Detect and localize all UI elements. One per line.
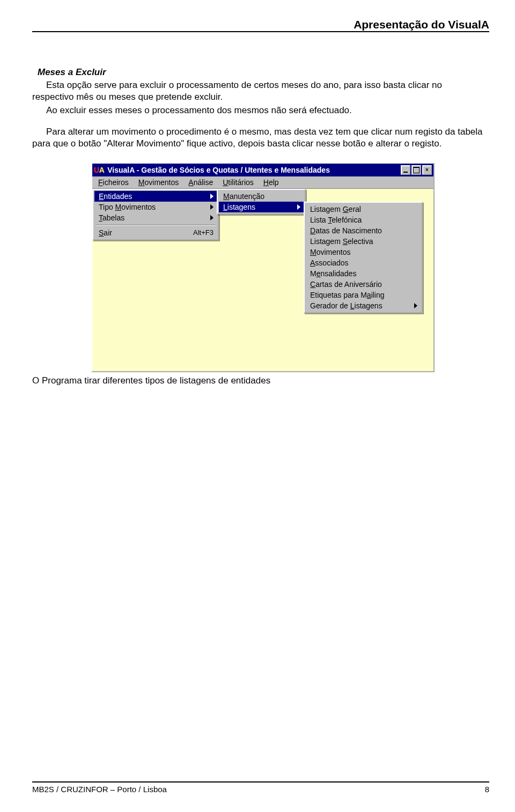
- page-footer: MB2S / CRUZINFOR – Porto / Lisboa 8: [32, 781, 489, 794]
- menuitem-movimentos[interactable]: Movimentos: [306, 247, 421, 257]
- menuitem-etiquetas-mailing[interactable]: Etiquetas para Mailing: [306, 290, 421, 300]
- submenu-arrow-icon: [210, 204, 214, 210]
- shortcut-text: Alt+F3: [193, 228, 214, 237]
- minimize-button[interactable]: [401, 165, 410, 175]
- page-header: Apresentação do VisualA: [32, 18, 489, 32]
- menu-help[interactable]: Help: [259, 178, 284, 187]
- menu-movimentos[interactable]: Movimentos: [134, 178, 183, 187]
- menuitem-lista-telefonica[interactable]: Lista Telefónica: [306, 215, 421, 225]
- maximize-button[interactable]: [411, 165, 421, 175]
- menu-utilitarios[interactable]: Utilitários: [218, 178, 259, 187]
- submenu-arrow-icon: [414, 303, 417, 308]
- submenu-arrow-icon: [297, 204, 300, 210]
- paragraph-3: Para alterar um movimento o procedimento…: [32, 126, 483, 150]
- titlebar: UA VisualA - Gestão de Sócios e Quotas /…: [92, 164, 433, 176]
- submenu-entidades: Manutenção Listagens: [217, 189, 306, 215]
- body-text: Meses a Excluir Esta opção serve para ex…: [32, 67, 483, 150]
- paragraph-1: Esta opção serve para excluir o processa…: [32, 79, 483, 103]
- close-button[interactable]: ×: [422, 165, 432, 175]
- menu-ficheiros[interactable]: Ficheiros: [93, 178, 134, 187]
- menu-separator: [95, 225, 216, 226]
- menuitem-listagens[interactable]: Listagens: [219, 202, 304, 212]
- submenu-listagens: Listagem Geral Lista Telefónica Datas de…: [304, 202, 423, 313]
- app-logo-text: UA: [94, 166, 104, 174]
- paragraph-2: Ao excluir esses meses o processamento d…: [32, 105, 483, 116]
- app-window: UA VisualA - Gestão de Sócios e Quotas /…: [91, 163, 435, 372]
- menuitem-listagem-selectiva[interactable]: Listagem Selectiva: [306, 236, 421, 247]
- window-title: VisualA - Gestão de Sócios e Quotas / Ut…: [107, 166, 401, 174]
- section-heading: Meses a Excluir: [38, 67, 483, 78]
- menuitem-listagem-geral[interactable]: Listagem Geral: [306, 204, 421, 215]
- page-number: 8: [485, 785, 489, 794]
- menuitem-cartas-aniversario[interactable]: Cartas de Aniversário: [306, 279, 421, 290]
- embedded-screenshot: UA VisualA - Gestão de Sócios e Quotas /…: [91, 163, 435, 372]
- menuitem-entidades[interactable]: Entidades: [94, 191, 217, 202]
- menuitem-manutencao[interactable]: Manutenção: [219, 191, 304, 202]
- submenu-arrow-icon: [210, 194, 214, 199]
- menu-analise[interactable]: Análise: [183, 178, 218, 187]
- submenu-ficheiros: Entidades Tipo Movimentos Tabelas Sair: [92, 189, 219, 240]
- menuitem-sair[interactable]: Sair Alt+F3: [94, 227, 217, 238]
- menuitem-datas-nascimento[interactable]: Datas de Nascimento: [306, 225, 421, 236]
- menubar: Ficheiros Movimentos Análise Utilitários…: [92, 176, 433, 189]
- client-area: Entidades Tipo Movimentos Tabelas Sair: [92, 189, 433, 371]
- menuitem-mensalidades[interactable]: Mensalidades: [306, 268, 421, 279]
- menuitem-associados[interactable]: Associados: [306, 257, 421, 268]
- menuitem-gerador-listagens[interactable]: Gerador de Listagens: [306, 300, 421, 311]
- footer-left: MB2S / CRUZINFOR – Porto / Lisboa: [32, 785, 167, 794]
- submenu-arrow-icon: [210, 215, 214, 220]
- menuitem-tipo-movimentos[interactable]: Tipo Movimentos: [94, 202, 217, 212]
- figure-caption: O Programa tirar diferentes tipos de lis…: [32, 375, 483, 386]
- menuitem-tabelas[interactable]: Tabelas: [94, 212, 217, 223]
